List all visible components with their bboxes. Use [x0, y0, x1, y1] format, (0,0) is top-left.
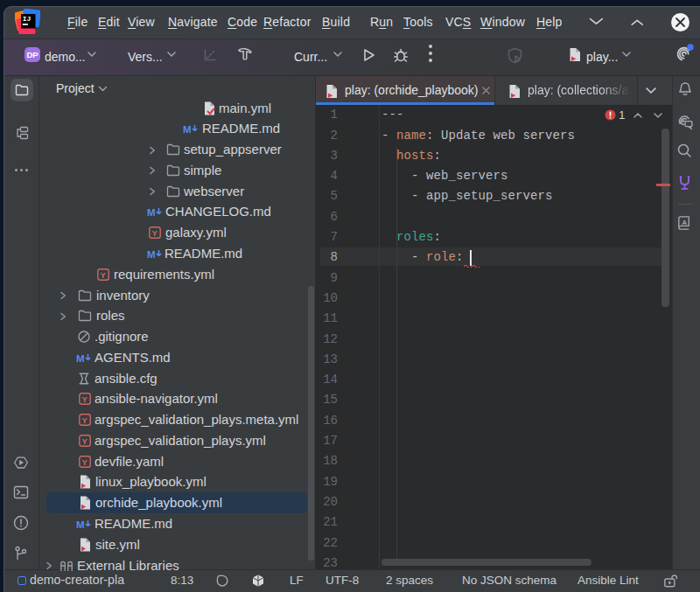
- svg-text:Y: Y: [82, 394, 88, 404]
- svg-text:M: M: [147, 207, 156, 218]
- svg-text:M: M: [147, 249, 156, 260]
- svg-text:A: A: [682, 219, 688, 226]
- svg-text:Y: Y: [82, 436, 88, 446]
- svg-text:Y: Y: [82, 456, 88, 466]
- svg-text:Y: Y: [152, 228, 158, 238]
- svg-text:IJ: IJ: [23, 15, 32, 23]
- svg-text:M: M: [76, 519, 85, 529]
- svg-text:M: M: [183, 124, 192, 135]
- svg-text:Y: Y: [82, 415, 88, 425]
- svg-text:M: M: [76, 352, 85, 363]
- svg-text:Y: Y: [101, 269, 107, 279]
